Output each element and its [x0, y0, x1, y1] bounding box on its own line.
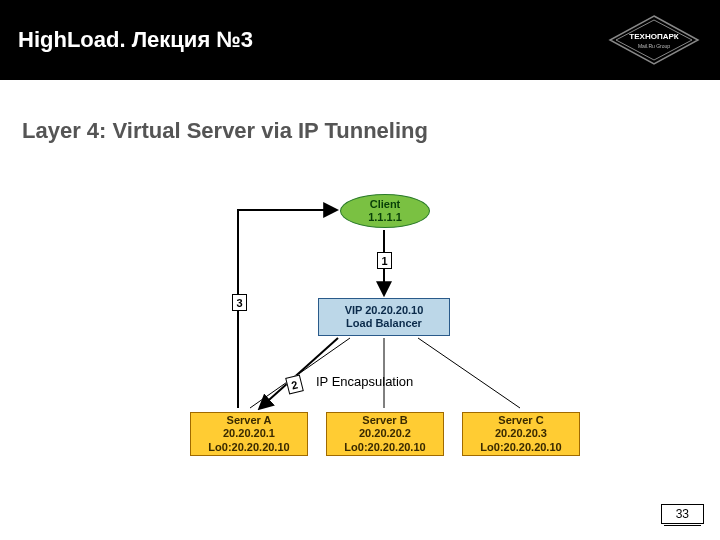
- step-3-marker: 3: [232, 294, 247, 311]
- svg-line-4: [250, 338, 350, 408]
- logo-text-top: ТЕХНОПАРК: [629, 32, 678, 41]
- server-b-lo: Lo0:20.20.20.10: [344, 441, 425, 454]
- server-c-lo: Lo0:20.20.20.10: [480, 441, 561, 454]
- server-a-name: Server A: [227, 414, 272, 427]
- page-number: 33: [661, 504, 704, 524]
- vip-node: VIP 20.20.20.10 Load Balancer: [318, 298, 450, 336]
- svg-line-3: [260, 338, 338, 408]
- server-b-ip: 20.20.20.2: [359, 427, 411, 440]
- technopark-logo: ТЕХНОПАРК Mail.Ru Group: [606, 14, 702, 66]
- server-c-ip: 20.20.20.3: [495, 427, 547, 440]
- server-a-node: Server A 20.20.20.1 Lo0:20.20.20.10: [190, 412, 308, 456]
- server-c-node: Server C 20.20.20.3 Lo0:20.20.20.10: [462, 412, 580, 456]
- ip-encapsulation-label: IP Encapsulation: [316, 374, 413, 389]
- server-a-ip: 20.20.20.1: [223, 427, 275, 440]
- slide-header: HighLoad. Лекция №3 ТЕХНОПАРК Mail.Ru Gr…: [0, 0, 720, 80]
- client-ip: 1.1.1.1: [368, 211, 402, 224]
- step-1-marker: 1: [377, 252, 392, 269]
- vip-label: VIP 20.20.20.10: [345, 304, 424, 317]
- slide-subtitle: Layer 4: Virtual Server via IP Tunneling: [22, 118, 720, 144]
- svg-line-6: [418, 338, 520, 408]
- server-b-node: Server B 20.20.20.2 Lo0:20.20.20.10: [326, 412, 444, 456]
- logo-text-sub: Mail.Ru Group: [638, 43, 670, 49]
- client-name: Client: [370, 198, 401, 211]
- server-b-name: Server B: [362, 414, 407, 427]
- network-diagram: Client 1.1.1.1 VIP 20.20.20.10 Load Bala…: [170, 190, 620, 490]
- client-node: Client 1.1.1.1: [340, 194, 430, 228]
- server-c-name: Server C: [498, 414, 543, 427]
- vip-role: Load Balancer: [346, 317, 422, 330]
- server-a-lo: Lo0:20.20.20.10: [208, 441, 289, 454]
- slide-title: HighLoad. Лекция №3: [18, 27, 253, 53]
